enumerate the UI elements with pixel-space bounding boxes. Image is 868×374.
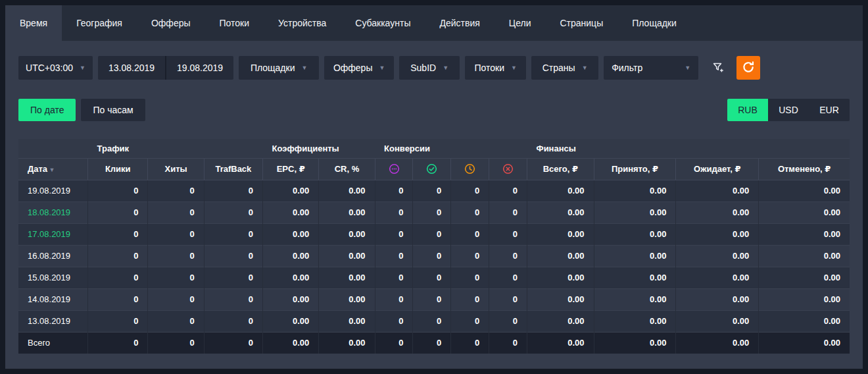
chevron-down-icon: ▼ bbox=[511, 65, 517, 71]
value-cell: 0 bbox=[204, 223, 262, 245]
add-filter-button[interactable] bbox=[709, 56, 727, 80]
value-cell: 0 bbox=[148, 223, 204, 245]
value-cell: 0.00 bbox=[319, 201, 375, 223]
mode-row: По дате По часам RUB USD EUR bbox=[18, 99, 850, 121]
value-cell: 0 bbox=[148, 180, 204, 201]
total-value-cell: 0 bbox=[451, 332, 489, 354]
tab-pages[interactable]: Страницы bbox=[545, 5, 617, 41]
tab-streams[interactable]: Потоки bbox=[205, 5, 264, 41]
subid-select[interactable]: SubID▼ bbox=[399, 56, 460, 80]
value-cell: 0 bbox=[88, 245, 148, 267]
column-header: EPC, ₽ bbox=[263, 158, 319, 180]
timezone-select[interactable]: UTC+03:00 ▼ bbox=[18, 56, 93, 80]
value-cell: 0.00 bbox=[676, 245, 759, 267]
value-cell: 0 bbox=[451, 180, 489, 201]
mode-toggle: По дате По часам bbox=[18, 99, 145, 121]
date-cell: 13.08.2019 bbox=[18, 310, 88, 332]
currency-rub-button[interactable]: RUB bbox=[727, 99, 768, 121]
column-header[interactable]: Дата ▼ bbox=[18, 158, 88, 180]
tab-offers[interactable]: Офферы bbox=[137, 5, 205, 41]
column-group: Коэффициенты bbox=[263, 139, 375, 158]
value-cell: 0.00 bbox=[319, 245, 375, 267]
value-cell: 0 bbox=[375, 201, 413, 223]
column-header: Ожидает, ₽ bbox=[676, 158, 759, 180]
offers-select[interactable]: Офферы▼ bbox=[324, 56, 394, 80]
value-cell: 0 bbox=[88, 267, 148, 288]
date-to-input[interactable]: 19.08.2019 bbox=[166, 56, 233, 80]
value-cell: 0 bbox=[413, 245, 451, 267]
column-group-row: ТрафикКоэффициентыКонверсииФинансы bbox=[18, 139, 850, 158]
tab-goals[interactable]: Цели bbox=[494, 5, 546, 41]
column-header: CR, % bbox=[319, 158, 375, 180]
value-cell: 0.00 bbox=[676, 267, 759, 288]
conversion-approved-icon bbox=[413, 158, 451, 180]
mode-by-date-button[interactable]: По дате bbox=[18, 99, 76, 121]
value-cell: 0 bbox=[375, 288, 413, 310]
value-cell: 0.00 bbox=[527, 288, 594, 310]
value-cell: 0 bbox=[375, 223, 413, 245]
tab-actions[interactable]: Действия bbox=[425, 5, 494, 41]
tab-platforms[interactable]: Площадки bbox=[617, 5, 691, 41]
total-value-cell: 0.00 bbox=[594, 332, 676, 354]
value-cell: 0.00 bbox=[594, 245, 676, 267]
table-row: 16.08.20190000.000.0000000.000.000.000.0… bbox=[18, 245, 850, 267]
column-header: Отменено, ₽ bbox=[759, 158, 850, 180]
value-cell: 0 bbox=[148, 288, 204, 310]
platforms-select[interactable]: Площадки▼ bbox=[239, 56, 319, 80]
table-row: 19.08.20190000.000.0000000.000.000.000.0… bbox=[18, 180, 850, 201]
tab-time[interactable]: Время bbox=[5, 5, 62, 41]
subid-select-label: SubID bbox=[410, 63, 436, 73]
value-cell: 0 bbox=[413, 267, 451, 288]
value-cell: 0 bbox=[413, 310, 451, 332]
date-cell: 14.08.2019 bbox=[18, 288, 88, 310]
conversion-in-progress-icon bbox=[375, 158, 413, 180]
date-cell: 18.08.2019 bbox=[18, 201, 88, 223]
streams-select[interactable]: Потоки▼ bbox=[465, 56, 526, 80]
column-header: Всего, ₽ bbox=[527, 158, 594, 180]
value-cell: 0.00 bbox=[319, 310, 375, 332]
filter-select[interactable]: Фильтр▼ bbox=[604, 56, 698, 80]
value-cell: 0 bbox=[148, 310, 204, 332]
total-value-cell: 0 bbox=[413, 332, 451, 354]
value-cell: 0.00 bbox=[676, 201, 759, 223]
total-value-cell: 0 bbox=[88, 332, 148, 354]
sort-desc-icon: ▼ bbox=[47, 167, 55, 173]
value-cell: 0.00 bbox=[594, 201, 676, 223]
value-cell: 0 bbox=[413, 288, 451, 310]
value-cell: 0 bbox=[88, 310, 148, 332]
currency-usd-button[interactable]: USD bbox=[768, 99, 809, 121]
funnel-plus-icon bbox=[711, 61, 725, 76]
mode-by-hours-button[interactable]: По часам bbox=[81, 99, 145, 121]
value-cell: 0 bbox=[204, 245, 262, 267]
tab-devices[interactable]: Устройства bbox=[264, 5, 341, 41]
value-cell: 0.00 bbox=[263, 245, 319, 267]
countries-select[interactable]: Страны▼ bbox=[531, 56, 598, 80]
value-cell: 0 bbox=[204, 201, 262, 223]
tab-subaccounts[interactable]: Субаккаунты bbox=[341, 5, 425, 41]
value-cell: 0.00 bbox=[759, 180, 850, 201]
value-cell: 0 bbox=[88, 223, 148, 245]
currency-toggle: RUB USD EUR bbox=[727, 99, 850, 121]
value-cell: 0 bbox=[204, 288, 262, 310]
value-cell: 0 bbox=[375, 245, 413, 267]
value-cell: 0 bbox=[88, 288, 148, 310]
refresh-button[interactable] bbox=[736, 56, 760, 80]
value-cell: 0.00 bbox=[319, 223, 375, 245]
filter-row: UTC+03:00 ▼ 13.08.2019 19.08.2019 Площад… bbox=[18, 56, 850, 80]
offers-select-label: Офферы bbox=[333, 63, 373, 73]
total-label: Всего bbox=[18, 332, 88, 354]
value-cell: 0.00 bbox=[527, 267, 594, 288]
value-cell: 0 bbox=[148, 245, 204, 267]
table-row: 17.08.20190000.000.0000000.000.000.000.0… bbox=[18, 223, 850, 245]
value-cell: 0.00 bbox=[676, 180, 759, 201]
value-cell: 0.00 bbox=[263, 310, 319, 332]
value-cell: 0 bbox=[451, 223, 489, 245]
currency-eur-button[interactable]: EUR bbox=[809, 99, 850, 121]
tab-geography[interactable]: География bbox=[62, 5, 137, 41]
conversion-rejected-icon bbox=[489, 158, 527, 180]
date-from-input[interactable]: 13.08.2019 bbox=[98, 56, 165, 80]
column-header: Хиты bbox=[148, 158, 204, 180]
column-group: Финансы bbox=[527, 139, 850, 158]
column-header: TrafBack bbox=[204, 158, 262, 180]
value-cell: 0 bbox=[451, 201, 489, 223]
